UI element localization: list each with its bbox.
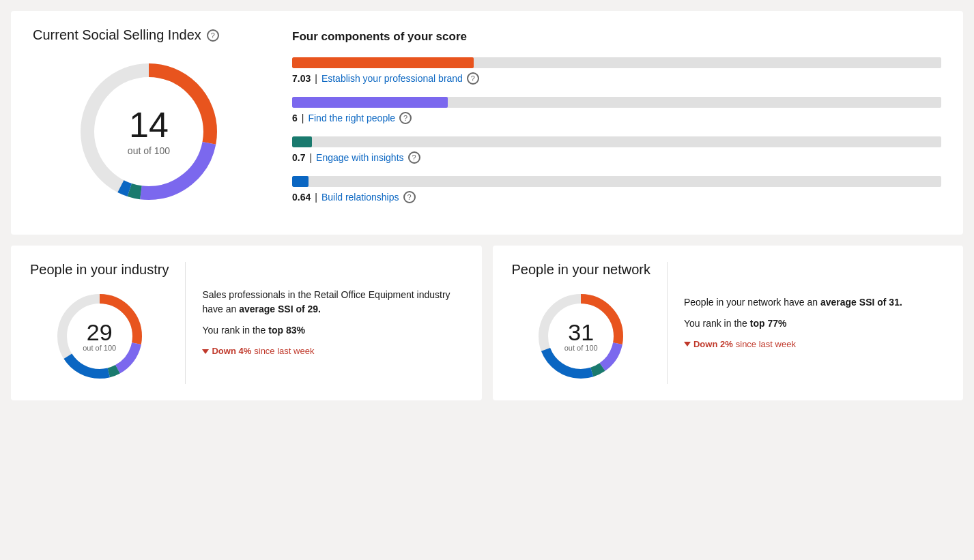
- people-progress-fill: [292, 97, 448, 108]
- industry-rank: You rank in the top 83%: [202, 323, 462, 338]
- industry-trend-suffix: since last week: [254, 344, 314, 358]
- component-people: 6 | Find the right people ?: [292, 97, 941, 124]
- main-score-label: out of 100: [128, 145, 170, 156]
- relationships-label: 0.64 | Build relationships ?: [292, 191, 941, 203]
- network-divider: [667, 262, 668, 384]
- industry-title: People in your industry: [30, 262, 169, 278]
- insights-progress-fill: [292, 136, 312, 147]
- bottom-row: People in your industry 29 out of 100: [11, 246, 963, 400]
- top-card: Current Social Selling Index ? 14 out of…: [11, 11, 963, 235]
- network-rank-pct: top 77%: [750, 318, 787, 329]
- industry-right: Sales professionals in the Retail Office…: [202, 288, 462, 358]
- industry-card: People in your industry 29 out of 100: [11, 246, 482, 400]
- components-title: Four components of your score: [292, 30, 941, 44]
- network-rank-text: You rank in the: [684, 318, 747, 329]
- ssi-help-icon[interactable]: ?: [207, 29, 219, 42]
- people-score: 6: [292, 113, 298, 123]
- industry-divider: [185, 262, 186, 384]
- people-label: 6 | Find the right people ?: [292, 112, 941, 124]
- industry-rank-pct: top 83%: [268, 325, 305, 336]
- insights-name[interactable]: Engage with insights: [316, 152, 403, 163]
- main-donut-chart: 14 out of 100: [74, 57, 224, 207]
- industry-trend-arrow: [202, 349, 209, 354]
- network-donut-center: 31 out of 100: [564, 321, 598, 352]
- network-score-label: out of 100: [564, 344, 598, 352]
- relationships-name[interactable]: Build relationships: [321, 192, 399, 203]
- relationships-progress-fill: [292, 176, 309, 187]
- industry-average: average SSI of 29.: [239, 304, 321, 314]
- industry-score-label: out of 100: [83, 344, 116, 352]
- ssi-title-text: Current Social Selling Index: [33, 27, 201, 43]
- network-title: People in your network: [512, 262, 650, 278]
- relationships-help-icon[interactable]: ?: [403, 191, 416, 203]
- network-card: People in your network 31 out of 100: [493, 246, 964, 400]
- industry-left: People in your industry 29 out of 100: [30, 262, 169, 384]
- brand-label: 7.03 | Establish your professional brand…: [292, 72, 941, 85]
- component-insights: 0.7 | Engage with insights ?: [292, 136, 941, 164]
- network-trend: Down 2% since last week: [684, 338, 944, 351]
- right-panel: Four components of your score 7.03 | Est…: [292, 27, 941, 216]
- relationships-progress-bg: [292, 176, 941, 187]
- network-trend-suffix: since last week: [736, 338, 796, 351]
- network-score: 31: [564, 321, 598, 344]
- network-right: People in your network have an average S…: [684, 295, 944, 351]
- industry-score: 29: [83, 321, 116, 344]
- brand-progress-fill: [292, 57, 474, 68]
- component-brand: 7.03 | Establish your professional brand…: [292, 57, 941, 85]
- people-progress-bg: [292, 97, 941, 108]
- network-average: average SSI of 31.: [820, 297, 902, 308]
- brand-help-icon[interactable]: ?: [467, 72, 479, 85]
- industry-rank-text: You rank in the: [202, 325, 266, 336]
- brand-progress-bg: [292, 57, 941, 68]
- people-name[interactable]: Find the right people: [308, 113, 395, 123]
- industry-trend: Down 4% since last week: [202, 344, 462, 358]
- insights-progress-bg: [292, 136, 941, 147]
- left-panel: Current Social Selling Index ? 14 out of…: [33, 27, 265, 207]
- insights-label: 0.7 | Engage with insights ?: [292, 151, 941, 164]
- component-relationships: 0.64 | Build relationships ?: [292, 176, 941, 203]
- industry-donut-center: 29 out of 100: [83, 321, 116, 352]
- industry-donut: 29 out of 100: [52, 289, 147, 384]
- network-donut: 31 out of 100: [533, 289, 629, 384]
- insights-score: 0.7: [292, 152, 305, 163]
- network-trend-arrow: [684, 342, 691, 347]
- network-left: People in your network 31 out of 100: [512, 262, 650, 384]
- network-description: People in your network have an average S…: [684, 295, 944, 310]
- ssi-title: Current Social Selling Index ?: [33, 27, 219, 43]
- insights-help-icon[interactable]: ?: [408, 151, 420, 164]
- brand-name[interactable]: Establish your professional brand: [321, 73, 463, 84]
- network-trend-label: Down 2%: [693, 338, 733, 351]
- network-rank: You rank in the top 77%: [684, 316, 944, 331]
- brand-score: 7.03: [292, 73, 311, 84]
- main-score: 14: [128, 107, 170, 143]
- industry-description: Sales professionals in the Retail Office…: [202, 288, 462, 316]
- industry-trend-label: Down 4%: [212, 344, 251, 358]
- relationships-score: 0.64: [292, 192, 311, 203]
- main-donut-center: 14 out of 100: [128, 107, 170, 156]
- network-desc-text: People in your network have an: [684, 297, 818, 308]
- people-help-icon[interactable]: ?: [399, 112, 412, 124]
